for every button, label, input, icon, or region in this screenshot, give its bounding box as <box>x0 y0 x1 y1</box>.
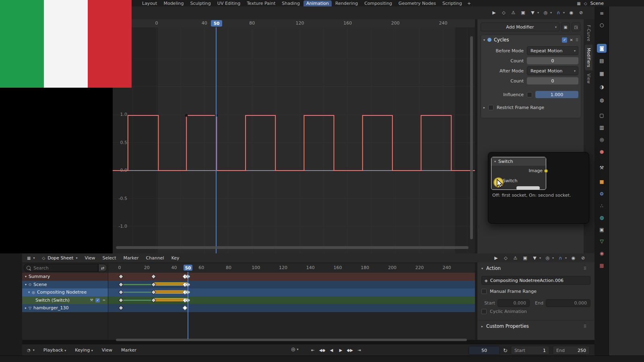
add-workspace-button[interactable]: + <box>465 1 473 6</box>
next-keyframe-button[interactable]: ◆▶ <box>346 346 354 354</box>
panel-drag-handle[interactable]: ⠿ <box>584 324 586 329</box>
only-selected-channels-icon[interactable]: ◇ <box>500 9 507 16</box>
switch-node-header[interactable]: ▾ Switch <box>491 157 546 166</box>
modifier-enable-checkbox[interactable]: ✓ <box>562 37 567 43</box>
influence-checkbox[interactable] <box>527 92 532 97</box>
keyframe-row-scene[interactable] <box>108 281 475 289</box>
search-icon[interactable]: ○ <box>597 21 607 29</box>
workspace-tab-shading[interactable]: Shading <box>279 0 303 6</box>
channel-visibility-icon[interactable]: ≈ <box>102 298 105 302</box>
keyframe-frame-48[interactable] <box>182 305 188 311</box>
keyframe-row-switch-switch[interactable] <box>108 296 475 304</box>
after-mode-dropdown[interactable]: Repeat Motion ▾ <box>527 66 578 75</box>
keyframe-frame-1[interactable] <box>118 282 124 287</box>
collection-tab-icon[interactable]: ▢ <box>597 111 607 120</box>
show-errors-icon[interactable]: ⚠ <box>510 9 517 16</box>
fcurve-plot-area[interactable] <box>113 27 475 253</box>
current-frame-line[interactable] <box>216 27 217 253</box>
workspace-tab-sculpting[interactable]: Sculpting <box>187 0 213 6</box>
physics-tab-icon[interactable]: ◍ <box>597 213 607 222</box>
filter-icon[interactable]: ▼ <box>529 9 536 16</box>
snap-magnet-icon-chevron[interactable]: ▾ <box>565 256 567 260</box>
expand-arrow-icon[interactable]: ▸ <box>25 306 27 310</box>
graph-editor-frame-ruler[interactable]: 04080120160200240 <box>113 19 475 27</box>
workspace-tab-modeling[interactable]: Modeling <box>161 0 186 6</box>
snap-magnet-icon-chevron[interactable]: ▾ <box>563 11 565 14</box>
world-tab-icon[interactable]: ◍ <box>597 96 607 105</box>
search-box[interactable] <box>24 264 98 272</box>
camera-data-tab-icon[interactable]: ◎ <box>597 135 607 144</box>
influence-slider[interactable]: 1.000 <box>535 91 578 98</box>
modifier-drag-handle[interactable]: ⠿ <box>576 38 578 42</box>
editor-type-button[interactable]: ▦ ▾ <box>27 256 35 260</box>
keyframe-frame-1[interactable] <box>118 290 124 295</box>
workspace-tab-scripting[interactable]: Scripting <box>440 0 465 6</box>
fcurve-modifier-icon[interactable]: ⚒ <box>90 298 93 302</box>
timeline-marker-menu[interactable]: Marker <box>121 348 136 353</box>
frame-end-field[interactable]: End 250 <box>553 346 590 355</box>
copy-keyframes-icon[interactable]: ▣ <box>520 9 526 16</box>
panel-drag-handle[interactable]: ⠿ <box>584 266 586 271</box>
render-tab-icon[interactable]: ◙ <box>597 44 607 53</box>
menu-channel[interactable]: Channel <box>146 255 164 261</box>
menu-view[interactable]: View <box>85 255 95 261</box>
workspace-layout-icon[interactable]: ▦ <box>577 1 580 6</box>
filter-invert-button[interactable]: ⇄ <box>98 264 107 272</box>
graph-vertical-scrollbar[interactable] <box>470 36 473 239</box>
workspace-tab-geometry-nodes[interactable]: Geometry Nodes <box>396 0 439 6</box>
view-layer-tab-icon[interactable]: ▦ <box>597 69 607 78</box>
timeline-view-menu[interactable]: View <box>102 348 112 353</box>
search-input[interactable] <box>33 265 78 271</box>
snap-magnet-icon[interactable]: ∩ <box>557 255 564 261</box>
proportional-editing-icon[interactable]: ◎ <box>542 9 549 16</box>
channel-summary[interactable]: ▾Summary <box>22 273 108 281</box>
copy-modifiers-button[interactable]: ▣ <box>561 23 570 31</box>
expand-arrow-icon[interactable]: ▾ <box>28 290 30 294</box>
show-errors-icon[interactable]: ⚠ <box>512 255 519 261</box>
filter-icon[interactable]: ▼ <box>531 255 538 261</box>
channel-enabled-checkbox[interactable]: ✓ <box>95 298 100 302</box>
proportional-editing-icon-chevron[interactable]: ▾ <box>550 11 552 14</box>
collapse-chevron-icon[interactable]: ▾ <box>483 38 485 42</box>
only-selected-channels-icon[interactable]: ◇ <box>502 255 509 261</box>
keying-menu[interactable]: Keying ▾ <box>75 348 93 353</box>
workspace-tab-uv-editing[interactable]: UV Editing <box>215 0 243 6</box>
channel-compositing-nodetree[interactable]: ▾◎Compositing Nodetree <box>22 288 108 296</box>
current-frame-badge[interactable]: 50 <box>184 265 192 271</box>
keyframe-frame-25[interactable] <box>151 274 156 279</box>
current-frame-badge[interactable]: 50 <box>211 20 222 27</box>
current-frame-field[interactable]: 50 <box>469 346 500 355</box>
modifiers-tab-icon[interactable]: ⚙ <box>597 189 607 198</box>
image-output-socket[interactable] <box>544 169 548 173</box>
dope-horizontal-scrollbar[interactable] <box>116 339 467 341</box>
material-tab-icon[interactable]: ◉ <box>597 249 607 258</box>
filter-icon-chevron[interactable]: ▾ <box>537 11 539 14</box>
expand-arrow-icon[interactable]: ▾ <box>25 275 27 278</box>
use-preview-range-icon[interactable]: ↻ <box>503 348 508 354</box>
proportional-editing-icon[interactable]: ◎ <box>544 255 551 261</box>
filter-icon-chevron[interactable]: ▾ <box>539 256 541 260</box>
keyframe-row-hamburger-130[interactable] <box>108 304 475 312</box>
channel-hamburger-130[interactable]: ▸▽hamburger_130 <box>22 304 108 312</box>
modifier-title[interactable]: Cycles <box>494 37 559 43</box>
manual-frame-range-checkbox[interactable] <box>481 289 487 294</box>
image-tab-icon[interactable]: ▥ <box>597 123 607 132</box>
restrict-frame-range-checkbox[interactable] <box>488 105 493 110</box>
play-reverse-button[interactable]: ◀ <box>327 346 336 354</box>
start-field[interactable]: 0.000 <box>497 299 530 307</box>
keyframe-row-summary[interactable] <box>108 273 475 281</box>
workspace-tab-layout[interactable]: Layout <box>139 0 160 6</box>
collapse-chevron-icon[interactable]: ▾ <box>481 267 483 270</box>
dope-sheet-mode-dropdown[interactable]: ◇ Dope Sheet ▾ <box>42 255 77 261</box>
menu-select[interactable]: Select <box>103 255 116 261</box>
channel-switch-switch[interactable]: Switch (Switch)⚒✓≈ <box>22 296 108 304</box>
end-field[interactable]: 0.000 <box>546 299 590 307</box>
jump-to-start-button[interactable]: ⇤ <box>309 346 317 354</box>
playhead-icon[interactable]: ▶ <box>493 255 500 261</box>
collapse-chevron-icon[interactable]: ▾ <box>494 160 496 163</box>
cyclic-animation-checkbox[interactable] <box>481 309 487 314</box>
proportional-editing-icon-chevron[interactable]: ▾ <box>552 256 554 260</box>
workspace-tab-texture-paint[interactable]: Texture Paint <box>244 0 278 6</box>
world-sphere-tab-icon[interactable]: ● <box>597 147 607 156</box>
add-modifier-dropdown[interactable]: Add Modifier ▾ <box>481 23 559 31</box>
